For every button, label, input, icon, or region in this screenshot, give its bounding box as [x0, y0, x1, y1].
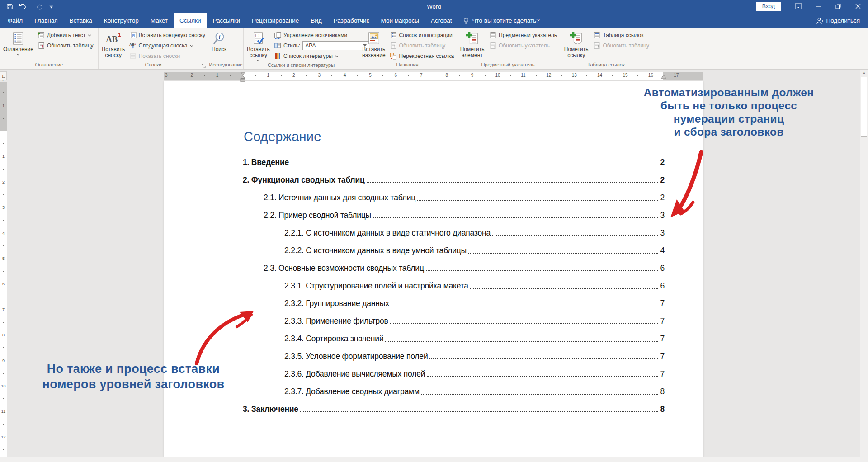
annotation-bottom-left[interactable]: Но также и процесс вставкиномеров уровне…	[11, 361, 255, 392]
tab-review[interactable]: Рецензирование	[246, 13, 305, 28]
smart-lookup-button[interactable]: iПоиск	[209, 29, 229, 52]
svg-text:!: !	[394, 43, 396, 49]
minimize-button[interactable]	[808, 0, 828, 13]
show-notes-icon	[129, 52, 137, 60]
ruler-number: 12	[1, 435, 5, 439]
toc-entry-text: 2.2.2. С источником данных в виде умной …	[284, 246, 467, 255]
customize-qat-icon	[49, 4, 54, 9]
undo-icon	[19, 3, 26, 9]
tab-layout[interactable]: Макет	[145, 13, 174, 28]
button-label: Следующая сноска	[139, 42, 188, 49]
restore-button[interactable]	[828, 0, 848, 13]
left-indent-markers[interactable]	[240, 72, 246, 84]
mark-citation-icon	[570, 30, 583, 47]
insert-footnote-button[interactable]: АВ1Вставить сноску	[99, 29, 127, 58]
ruler-tick	[230, 75, 231, 76]
quick-access-toolbar	[0, 3, 54, 10]
ruler-tick	[689, 75, 689, 76]
tab-file[interactable]: Файл	[2, 13, 28, 28]
share-button[interactable]: Поделиться	[816, 13, 868, 28]
toc-entry: 1. Введение2	[243, 157, 665, 167]
chevron-down-icon	[190, 45, 193, 47]
close-icon	[855, 4, 861, 9]
tab-stop-selector[interactable]: L	[0, 71, 7, 80]
save-button[interactable]	[6, 3, 13, 10]
cross-reference-button[interactable]: Перекрестная ссылка	[388, 51, 456, 61]
lightbulb-icon	[463, 17, 469, 24]
add-text-button[interactable]: +Добавить текст	[36, 30, 95, 40]
tab-my-macros[interactable]: Мои макросы	[375, 13, 425, 28]
ruler-tick	[3, 347, 4, 348]
mark-citation-button[interactable]: Пометить ссылку	[561, 29, 591, 58]
insert-table-of-authorities-button[interactable]: Таблица ссылок	[591, 30, 651, 40]
tab-references[interactable]: Ссылки	[174, 13, 207, 28]
insert-index-button[interactable]: Предметный указатель	[487, 30, 559, 40]
insert-table-of-figures-button[interactable]: Список иллюстраций	[388, 30, 456, 40]
mark-entry-button[interactable]: Пометить элемент	[457, 29, 487, 58]
toa-icon	[593, 32, 600, 39]
ruler-number: 15	[623, 73, 627, 78]
redo-button	[36, 3, 43, 10]
ruler-number: 11	[521, 73, 525, 78]
tell-me-box[interactable]: Что вы хотите сделать?	[458, 13, 545, 28]
ribbon-group-content: Вставить названиеСписок иллюстраций!Обно…	[359, 28, 456, 61]
sign-in-button[interactable]: Вход	[756, 2, 781, 11]
tab-acrobat[interactable]: Acrobat	[425, 13, 458, 28]
scrollbar-thumb[interactable]	[861, 77, 867, 137]
ribbon-group-4: Вставить названиеСписок иллюстраций!Обно…	[359, 28, 456, 69]
right-indent-marker[interactable]	[660, 74, 667, 80]
tab-design[interactable]: Конструктор	[98, 13, 145, 28]
toc-entry-text: 2.3. Основные возможности сводных таблиц	[264, 264, 424, 273]
manage-sources-button[interactable]: Управление источниками	[272, 30, 371, 40]
table-of-contents-button[interactable]: Оглавление	[1, 29, 36, 56]
tab-home[interactable]: Главная	[28, 13, 63, 28]
vertical-scrollbar[interactable]: ▲	[860, 70, 868, 462]
tab-developer[interactable]: Разработчик	[328, 13, 375, 28]
footnote-icon: АВ1	[105, 30, 122, 47]
ruler-tick	[3, 297, 4, 297]
update-table-of-figures-button: !Обновить таблицу	[388, 40, 456, 51]
ruler-tick	[179, 75, 179, 76]
tab-view[interactable]: Вид	[305, 13, 327, 28]
ruler-tick	[331, 75, 332, 76]
toc-heading: Содержание	[244, 129, 321, 144]
ruler-number: 3	[2, 205, 5, 210]
undo-button[interactable]	[19, 3, 30, 9]
insert-caption-button[interactable]: Вставить название	[360, 29, 388, 58]
toc-page-number: 3	[660, 211, 665, 220]
update-toc-button[interactable]: !Обновить таблицу	[36, 40, 95, 51]
ruler-tick	[612, 75, 613, 76]
ruler-tick	[561, 75, 562, 76]
ruler-tick	[3, 271, 4, 272]
tab-mailings[interactable]: Рассылки	[207, 13, 246, 28]
insert-citation-button[interactable]: (−)Вставить ссылку	[245, 29, 272, 61]
annotation-top-right[interactable]: Автоматизированным долженбыть не только …	[625, 86, 832, 138]
tab-insert[interactable]: Вставка	[64, 13, 98, 28]
toc-icon	[11, 30, 25, 47]
ribbon-group-1: АВ1Вставить сноску[i]Вставить концевую с…	[99, 28, 208, 69]
scroll-up-icon[interactable]: ▲	[860, 71, 868, 75]
tab-strip: ФайлГлавнаяВставкаКонструкторМакетСсылки…	[0, 13, 458, 28]
close-button[interactable]	[848, 0, 868, 13]
dot-leader	[429, 358, 658, 359]
dot-leader	[417, 200, 658, 201]
annotation-line: Автоматизированным должен	[625, 86, 832, 99]
ruler-number: 3	[165, 73, 168, 78]
ribbon-display-options-button[interactable]	[788, 0, 808, 13]
window-title: Word	[427, 3, 441, 10]
insert-endnote-button[interactable]: [i]Вставить концевую сноску	[127, 30, 207, 40]
bibliography-button[interactable]: Список литературы	[272, 51, 371, 61]
dialog-launcher-button[interactable]	[201, 62, 207, 68]
toc-entry: 2.2.2. С источником данных в виде умной …	[243, 245, 665, 255]
customize-qat-button[interactable]	[49, 4, 54, 9]
undo-dropdown-icon	[27, 5, 30, 8]
ribbon-group-label: Оглавление	[0, 61, 98, 69]
annotation-line: и сбора заголовков	[625, 125, 832, 138]
svg-text:1: 1	[118, 32, 121, 38]
ruler-tick	[3, 143, 4, 144]
toc-page-number: 2	[660, 158, 665, 167]
next-footnote-button[interactable]: АВ1Следующая сноска	[127, 40, 207, 51]
document-page[interactable]: Содержание 1. Введение22. Функционал сво…	[164, 81, 703, 457]
toc-entry: 2.3.3. Применение фильтров7	[243, 316, 665, 326]
style-button[interactable]: Стиль:APA	[272, 40, 371, 51]
